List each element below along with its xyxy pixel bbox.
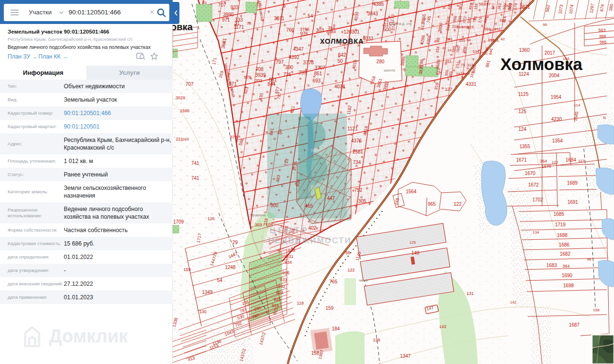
svg-text:45: 45 — [277, 130, 282, 135]
svg-text:1564: 1564 — [406, 189, 417, 194]
svg-text:534: 534 — [472, 49, 479, 54]
svg-text:844: 844 — [268, 82, 276, 87]
svg-text:355: 355 — [459, 38, 465, 43]
svg-text:2004: 2004 — [549, 73, 560, 78]
svg-text:303: 303 — [316, 28, 324, 33]
svg-text:797: 797 — [276, 59, 284, 65]
svg-text:122: 122 — [552, 160, 558, 164]
svg-text:149: 149 — [412, 250, 420, 256]
svg-text:9: 9 — [283, 4, 285, 9]
svg-text:300: 300 — [271, 203, 279, 208]
svg-text:158: 158 — [593, 308, 600, 312]
svg-text:1125: 1125 — [518, 92, 529, 97]
svg-text:1355: 1355 — [520, 144, 531, 149]
svg-text:15: 15 — [460, 71, 465, 76]
svg-text:3990: 3990 — [223, 12, 234, 17]
svg-text:752: 752 — [354, 188, 363, 193]
svg-text:127: 127 — [578, 159, 585, 163]
svg-text:1670: 1670 — [525, 171, 536, 176]
svg-text:992: 992 — [494, 27, 501, 31]
svg-text:межа: межа — [359, 278, 368, 282]
svg-text:1687: 1687 — [569, 322, 580, 328]
svg-text:708: 708 — [256, 67, 264, 72]
svg-text:124: 124 — [519, 127, 527, 132]
svg-text:385: 385 — [599, 40, 606, 45]
svg-text:736: 736 — [283, 72, 292, 77]
svg-text:693: 693 — [313, 78, 321, 83]
svg-text:3707: 3707 — [315, 65, 326, 70]
svg-text:1685: 1685 — [554, 211, 565, 217]
svg-text:933: 933 — [280, 277, 287, 282]
svg-text:50: 50 — [337, 59, 343, 64]
svg-text:916: 916 — [282, 270, 289, 275]
svg-text:447: 447 — [327, 196, 335, 201]
svg-text:1171: 1171 — [234, 24, 244, 30]
svg-text:114: 114 — [574, 103, 580, 107]
svg-text:142: 142 — [439, 324, 446, 329]
svg-text:3884: 3884 — [326, 29, 336, 34]
svg-text:4230: 4230 — [551, 117, 562, 122]
svg-text:91: 91 — [203, 0, 207, 5]
svg-text:1688: 1688 — [557, 233, 568, 238]
svg-text:4033: 4033 — [363, 36, 374, 41]
svg-text:1360: 1360 — [519, 47, 530, 53]
svg-text:3843: 3843 — [367, 11, 378, 16]
svg-text:4385: 4385 — [373, 1, 384, 7]
svg-text:118: 118 — [297, 301, 304, 305]
svg-text:766: 766 — [286, 27, 295, 33]
svg-text:НЕДВИЖИМОСТИ: НЕДВИЖИМОСТИ — [268, 236, 352, 245]
svg-text:591: 591 — [446, 37, 453, 41]
svg-text:126: 126 — [207, 216, 214, 221]
svg-text:Холмовка: Холмовка — [500, 55, 582, 73]
svg-text:1347: 1347 — [400, 353, 411, 359]
svg-text:741: 741 — [191, 161, 200, 166]
svg-text:1248: 1248 — [225, 265, 236, 270]
svg-text:1698: 1698 — [563, 283, 574, 288]
svg-text:III: III — [603, 116, 606, 120]
svg-text:184: 184 — [332, 326, 340, 331]
svg-text:42: 42 — [501, 37, 505, 41]
svg-text:1670: 1670 — [542, 164, 551, 169]
svg-text:4347: 4347 — [293, 47, 304, 52]
svg-text:465: 465 — [305, 203, 313, 209]
svg-text:промзона: промзона — [250, 213, 265, 217]
svg-text:54: 54 — [217, 278, 223, 283]
svg-text:159: 159 — [326, 305, 334, 311]
svg-text:851: 851 — [314, 71, 322, 76]
svg-text:935: 935 — [288, 248, 295, 253]
svg-text:1702: 1702 — [532, 197, 543, 202]
svg-text:1689: 1689 — [567, 180, 578, 186]
svg-text:280: 280 — [377, 59, 385, 64]
svg-text:815: 815 — [467, 25, 474, 29]
svg-text:130: 130 — [199, 309, 206, 314]
svg-text:64: 64 — [467, 38, 471, 42]
svg-text:516: 516 — [492, 38, 499, 43]
svg-text:68: 68 — [345, 250, 350, 255]
svg-text:563: 563 — [598, 28, 605, 33]
svg-text:4034: 4034 — [334, 84, 345, 89]
svg-text:976: 976 — [300, 31, 308, 36]
svg-text:979: 979 — [244, 75, 251, 80]
svg-text:971: 971 — [222, 17, 230, 23]
svg-text:3766: 3766 — [300, 27, 309, 32]
svg-text:122: 122 — [454, 201, 462, 207]
svg-text:15.: 15. — [247, 21, 252, 25]
svg-text:159: 159 — [183, 267, 190, 272]
svg-text:1954: 1954 — [551, 94, 562, 100]
svg-text:364: 364 — [540, 159, 547, 164]
svg-text:1672: 1672 — [528, 182, 539, 188]
svg-text:1671: 1671 — [516, 157, 527, 163]
svg-text:54: 54 — [307, 13, 313, 19]
svg-text:131: 131 — [466, 291, 473, 296]
svg-text:1684: 1684 — [566, 157, 577, 163]
svg-text:707: 707 — [186, 82, 194, 87]
svg-text:3939: 3939 — [255, 72, 266, 78]
svg-text:ХОЛМОВКА: ХОЛМОВКА — [320, 37, 364, 45]
svg-text:2581: 2581 — [353, 149, 364, 154]
svg-text:122: 122 — [347, 268, 354, 272]
svg-text:925: 925 — [273, 297, 281, 302]
svg-text:4392: 4392 — [289, 55, 300, 60]
svg-text:4376: 4376 — [351, 138, 362, 143]
svg-text:1686: 1686 — [559, 242, 570, 247]
svg-text:934: 934 — [284, 260, 292, 265]
